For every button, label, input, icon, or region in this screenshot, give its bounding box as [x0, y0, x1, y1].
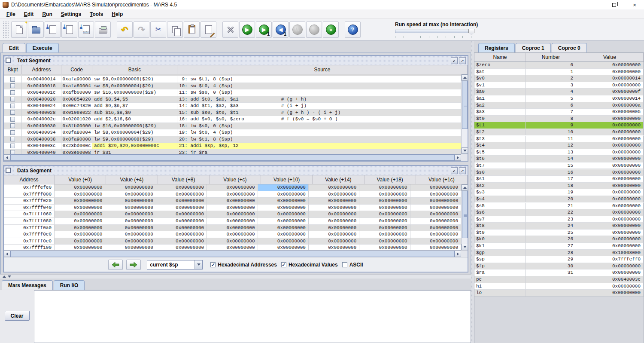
scroll-down-icon[interactable] — [462, 147, 468, 154]
breakpoint-cell[interactable] — [4, 96, 22, 103]
memory-value-cell[interactable]: 0x00000000 — [105, 205, 156, 211]
memory-value-cell[interactable]: 0x00000000 — [410, 184, 461, 191]
memory-value-cell[interactable]: 0x00000000 — [309, 218, 359, 225]
register-value-cell[interactable]: 0x00000000 — [576, 263, 644, 270]
tab-coproc1[interactable]: Coproc 1 — [516, 43, 551, 52]
breakpoint-checkbox[interactable] — [10, 144, 15, 148]
close-icon[interactable]: × — [631, 1, 638, 8]
breakpoint-checkbox[interactable] — [10, 130, 15, 135]
memory-value-cell[interactable]: 0x00000000 — [258, 231, 309, 238]
splitter-collapse-up-icon[interactable] — [3, 276, 6, 278]
slider-track[interactable] — [395, 30, 471, 33]
memory-value-cell[interactable]: 0x00000000 — [156, 225, 207, 232]
register-value-cell[interactable]: 0x00000000 — [576, 216, 644, 223]
frame-minimize-icon[interactable]: ↙ — [451, 167, 458, 174]
dump-memory-button[interactable]: 0101⤓ — [78, 21, 94, 38]
memory-value-cell[interactable]: 0x00000000 — [55, 231, 105, 238]
copy-button[interactable] — [167, 21, 183, 38]
memory-value-cell[interactable]: 0x00000000 — [309, 205, 359, 211]
memory-value-cell[interactable]: 0x00000000 — [359, 198, 410, 205]
scroll-thumb[interactable] — [462, 191, 468, 238]
memory-value-cell[interactable]: 0x00000000 — [156, 211, 207, 218]
scroll-right-icon[interactable] — [455, 154, 461, 161]
previous-range-button[interactable] — [108, 260, 123, 270]
scroll-left-icon[interactable] — [4, 154, 10, 161]
data-segment-hscrollbar[interactable] — [4, 250, 468, 257]
step-backward-button[interactable]: ◀1 — [273, 21, 289, 38]
memory-value-cell[interactable]: 0x00000000 — [156, 191, 207, 198]
breakpoint-checkbox[interactable] — [10, 104, 15, 108]
memory-value-cell[interactable]: 0x00000000 — [258, 225, 309, 232]
register-value-cell[interactable]: 0x00000000 — [576, 270, 644, 276]
tab-execute[interactable]: Execute — [26, 43, 59, 52]
find-replace-button[interactable] — [200, 21, 216, 38]
checkbox-icon[interactable]: ✓ — [281, 262, 286, 267]
checkbox-ascii[interactable]: ASCII — [342, 262, 363, 268]
memory-value-cell[interactable]: 0x00000000 — [309, 211, 359, 218]
memory-value-cell[interactable]: 0x00000000 — [207, 205, 258, 211]
register-value-cell[interactable]: 0x00000000 — [576, 209, 644, 216]
memory-value-cell[interactable]: 0x00000000 — [105, 231, 156, 238]
register-value-cell[interactable]: 0x00000000 — [576, 129, 644, 136]
menu-tools[interactable]: Tools — [86, 10, 107, 18]
memory-value-cell[interactable]: 0x00000000 — [258, 198, 309, 205]
menu-help[interactable]: Help — [108, 10, 127, 18]
memory-value-cell[interactable]: 0x00000000 — [410, 198, 461, 205]
register-value-cell[interactable]: 0x00000000 — [576, 62, 644, 69]
scroll-up-icon[interactable] — [462, 184, 468, 191]
memory-value-cell[interactable]: 0x00000000 — [359, 184, 410, 191]
register-value-cell[interactable]: 0x00000000 — [576, 82, 644, 89]
run-button[interactable]: ▶ — [239, 21, 255, 38]
menu-edit[interactable]: Edit — [20, 10, 38, 18]
memory-value-cell[interactable]: 0x00000000 — [359, 205, 410, 211]
minimize-icon[interactable] — [590, 1, 597, 8]
memory-value-cell[interactable]: 0x00000000 — [156, 198, 207, 205]
breakpoint-cell[interactable] — [4, 89, 22, 96]
memory-value-cell[interactable]: 0x00000000 — [105, 211, 156, 218]
register-value-cell[interactable]: 0x00000000 — [576, 69, 644, 76]
toolbar-grip[interactable] — [3, 21, 9, 38]
register-value-cell[interactable]: 0x10008000 — [576, 250, 644, 257]
frame-maximize-icon[interactable]: ↗ — [459, 57, 466, 64]
memory-value-cell[interactable]: 0x00000000 — [258, 238, 309, 245]
frame-minimize-icon[interactable]: ↙ — [451, 57, 458, 64]
new-file-button[interactable]: ✶ — [11, 21, 27, 38]
register-value-cell[interactable]: 0x00000000 — [576, 136, 644, 143]
memory-value-cell[interactable]: 0x00000000 — [410, 191, 461, 198]
memory-value-cell[interactable]: 0x00000000 — [105, 198, 156, 205]
memory-value-cell[interactable]: 0x00000000 — [410, 218, 461, 225]
memory-value-cell[interactable]: 0x00000000 — [359, 231, 410, 238]
register-value-cell[interactable]: 0x00000000 — [576, 236, 644, 243]
memory-value-cell[interactable]: 0x00000000 — [207, 218, 258, 225]
memory-value-cell[interactable]: 0x00000000 — [207, 238, 258, 245]
register-value-cell[interactable]: 0x7fffeff0 — [576, 256, 644, 263]
breakpoint-checkbox[interactable] — [10, 117, 15, 122]
register-value-cell[interactable]: 0x00000000 — [576, 169, 644, 176]
data-segment-vscrollbar[interactable] — [461, 184, 468, 250]
memory-value-cell[interactable]: 0x00000000 — [410, 205, 461, 211]
memory-value-cell[interactable]: 0x00000000 — [359, 191, 410, 198]
breakpoint-checkbox[interactable] — [10, 97, 15, 101]
breakpoint-cell[interactable] — [4, 123, 22, 130]
breakpoint-cell[interactable] — [4, 116, 22, 123]
breakpoint-cell[interactable] — [4, 143, 22, 150]
memory-value-cell[interactable]: 0x00000000 — [359, 225, 410, 232]
memory-value-cell[interactable]: 0x00000000 — [55, 184, 105, 191]
register-value-cell[interactable]: 0x00000000 — [576, 142, 644, 149]
tab-registers[interactable]: Registers — [478, 43, 515, 52]
memory-value-cell[interactable]: 0x00000000 — [258, 218, 309, 225]
memory-value-cell[interactable]: 0x00000000 — [105, 218, 156, 225]
text-segment-vscrollbar[interactable] — [461, 74, 468, 154]
breakpoint-cell[interactable] — [4, 129, 22, 136]
breakpoint-cell[interactable] — [4, 83, 22, 90]
checkbox-icon[interactable] — [342, 262, 347, 267]
tab-edit[interactable]: Edit — [3, 43, 25, 52]
tab-coproc0[interactable]: Coproc 0 — [552, 43, 587, 52]
memory-value-cell[interactable]: 0x00000000 — [207, 184, 258, 191]
register-value-cell[interactable]: 0x00000000 — [576, 149, 644, 156]
memory-value-cell[interactable]: 0x00000000 — [55, 205, 105, 211]
memory-value-cell[interactable]: 0x00000000 — [156, 218, 207, 225]
tab-mars-messages[interactable]: Mars Messages — [2, 280, 53, 290]
memory-value-cell[interactable]: 0x00000000 — [309, 231, 359, 238]
breakpoint-cell[interactable] — [4, 110, 22, 116]
